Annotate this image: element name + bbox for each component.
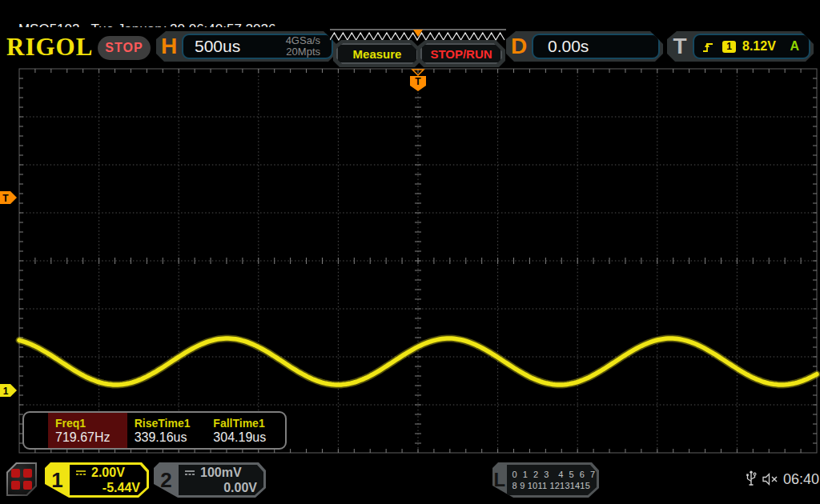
trigger-sweep-mode: A: [790, 39, 799, 54]
bottom-bar: 1 2.00V -5.44V 2: [0, 456, 820, 504]
logic-channels-row2: 8 9 1011 12131415: [512, 481, 597, 490]
title-bar: MSO5102Tue January 20 06:40:57 2026: [0, 0, 820, 27]
menu-button[interactable]: [6, 462, 37, 496]
measurement-label: FallTime1: [213, 417, 285, 430]
rigol-logo: RIGOL: [6, 33, 93, 62]
delay-value: 0.00s: [548, 37, 589, 56]
stop-run-button-housing: STOP/RUN: [417, 40, 505, 67]
measurement-falltime1[interactable]: FallTime1 304.19us: [206, 413, 285, 448]
trigger-position-label: T: [415, 76, 421, 87]
run-state-badge: STOP: [98, 36, 151, 60]
logic-badge: L: [492, 462, 507, 498]
stop-run-button[interactable]: STOP/RUN: [420, 43, 502, 64]
measurement-freq1[interactable]: Freq1 719.67Hz: [48, 413, 127, 448]
measurement-value: 339.16us: [135, 430, 207, 445]
delay-label: D: [506, 31, 532, 62]
delay-settings[interactable]: D 0.00s: [506, 31, 663, 62]
measurement-risetime1[interactable]: RiseTime1 339.16us: [127, 413, 207, 448]
logic-channels-box[interactable]: L 0 1 2 3 4 5 6 7 8 9 1011 12131415: [492, 462, 599, 498]
usb-icon: [745, 470, 758, 488]
channel1-ground-marker[interactable]: 1: [0, 384, 17, 397]
clock: 06:40: [783, 471, 819, 488]
channel1-badge: 1: [45, 462, 70, 498]
menu-grid-icon: [8, 464, 35, 494]
measurement-value: 719.67Hz: [55, 430, 127, 445]
measurement-label: Freq1: [55, 417, 127, 430]
acquisition-info: 4GSa/s 20Mpts: [286, 35, 320, 58]
timebase-value: 500us: [195, 37, 240, 56]
graticule: [19, 69, 817, 453]
logic-channels-row1: 0 1 2 3 4 5 6 7: [512, 470, 597, 479]
measurement-label: RiseTime1: [135, 417, 207, 430]
channel2-scale: 100mV: [200, 465, 242, 480]
speaker-muted-icon: [762, 473, 780, 486]
channel1-ground-label: 1: [3, 386, 9, 397]
channel1-box[interactable]: 1 2.00V -5.44V: [45, 462, 149, 498]
measurement-value: 304.19us: [213, 430, 285, 445]
dc-coupling-icon: [183, 469, 196, 477]
channel2-offset: 0.00V: [183, 480, 260, 495]
sample-rate: 4GSa/s: [286, 35, 320, 46]
trigger-level-label: T: [2, 193, 9, 204]
horizontal-label: H: [156, 31, 182, 62]
trigger-settings[interactable]: T 1 8.12V A: [667, 31, 814, 62]
trigger-label: T: [667, 31, 693, 62]
channel2-badge: 2: [154, 462, 179, 498]
measurement-panel[interactable]: Freq1 719.67Hz RiseTime1 339.16us FallTi…: [22, 411, 287, 450]
measure-button-housing: Measure: [333, 40, 421, 67]
header-bar: RIGOL STOP H 500us 4GSa/s 20Mpts Measure…: [0, 27, 820, 67]
trigger-level-marker[interactable]: T: [0, 191, 17, 204]
rising-edge-trigger-icon: [702, 41, 714, 53]
channel2-box[interactable]: 2 100mV 0.00V: [154, 462, 266, 498]
trigger-level-value: 8.12V: [742, 39, 776, 54]
measure-button[interactable]: Measure: [336, 43, 418, 64]
dc-coupling-icon: [74, 469, 87, 477]
channel1-offset: -5.44V: [74, 480, 143, 495]
memory-depth: 20Mpts: [286, 46, 320, 58]
horizontal-settings[interactable]: H 500us 4GSa/s 20Mpts: [156, 31, 336, 62]
channel1-scale: 2.00V: [91, 465, 125, 480]
trigger-source-badge: 1: [722, 41, 736, 53]
